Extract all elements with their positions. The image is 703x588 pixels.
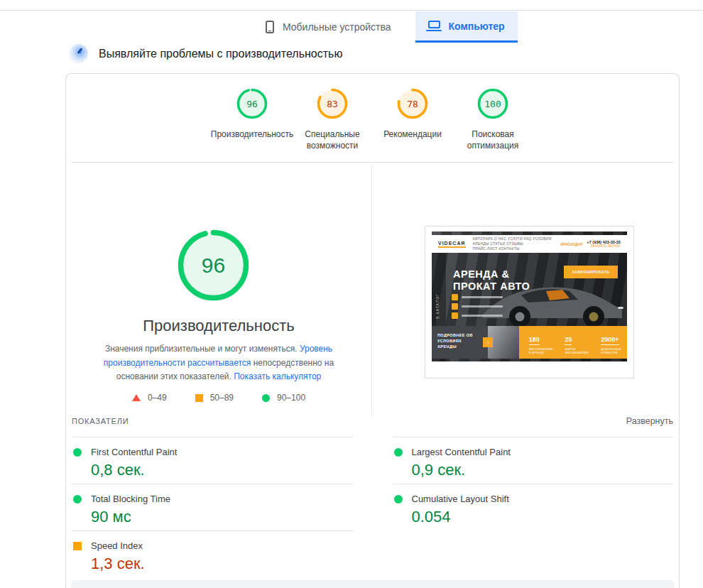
- performance-score-value: 96: [175, 227, 251, 303]
- performance-title: Производительность: [66, 317, 371, 335]
- score-performance[interactable]: 96 Производительность: [212, 87, 293, 151]
- thumb-stat: 2000+ДОВОЛЬНЫХ КЛИЕНТОВ: [601, 332, 621, 359]
- good-status-icon: [73, 495, 82, 503]
- metric-speed-index: Speed Index 1,3 сек.: [72, 530, 353, 577]
- thumb-city: КРАСНОДАР: [561, 242, 583, 246]
- device-tabs: Мобильные устройства Компьютер: [253, 11, 518, 43]
- metric-name: Total Blocking Time: [91, 494, 170, 504]
- orange-square-icon: [195, 394, 203, 402]
- legend-range: 0–49: [148, 393, 167, 403]
- average-status-icon: [73, 542, 82, 550]
- legend-range: 50–89: [210, 393, 234, 403]
- section-header: Выявляйте проблемы с производительностью: [69, 44, 342, 63]
- tab-desktop-label: Компьютер: [449, 21, 505, 32]
- legend-fail: 0–49: [132, 393, 167, 403]
- metrics-grid: First Contentful Paint 0,8 сек. Largest …: [72, 437, 673, 577]
- metric-name: Speed Index: [91, 540, 143, 551]
- score-legend: 0–49 50–89 90–100: [66, 393, 371, 403]
- tab-mobile[interactable]: Мобильные устройства: [253, 11, 404, 43]
- metric-name: First Contentful Paint: [91, 447, 177, 457]
- thumb-stat: 25МАРОК АВТОМОБИЛЕЙ: [565, 332, 589, 359]
- tab-mobile-label: Мобильные устройства: [283, 21, 391, 33]
- thumb-stats: 180АВТОМОБИЛЕЙ В АРЕНДУ 25МАРОК АВТОМОБИ…: [519, 326, 627, 359]
- next-section-bar: [71, 580, 674, 588]
- metric-value: 0.054: [412, 508, 674, 526]
- category-scores: 96 Производительность 83 Специальные воз…: [66, 87, 679, 151]
- metrics-section-label: ПОКАЗАТЕЛИ: [72, 417, 129, 425]
- expand-view-button[interactable]: Развернуть: [626, 416, 673, 426]
- score-seo[interactable]: 100 Поисковая оптимизация: [453, 87, 533, 151]
- thumb-stats-band: ПОДРОБНЕЕ ОБ УСЛОВИЯХ АРЕНДЫ → 180АВТОМО…: [432, 326, 627, 359]
- tab-desktop[interactable]: Компьютер: [415, 11, 518, 43]
- column-divider: [371, 165, 372, 416]
- thumb-cta-button: ЗАБРОНИРОВАТЬ: [564, 266, 618, 278]
- score-accessibility[interactable]: 83 Специальные возможности: [293, 87, 373, 151]
- thumb-contact: +7 (938) 423-33-33 ЗАКАЗАТЬ ЗВОНОК: [587, 240, 621, 248]
- metric-value: 0,8 сек.: [91, 461, 353, 479]
- legend-good: 90–100: [262, 393, 305, 403]
- score-label: Производительность: [211, 129, 293, 140]
- metric-value: 1,3 сек.: [91, 555, 353, 573]
- thumb-heading: АРЕНДА & ПРОКАТ АВТО: [453, 268, 530, 293]
- score-label: Поисковая оптимизация: [453, 129, 533, 151]
- score-best-practices[interactable]: 78 Рекомендации: [373, 87, 453, 151]
- good-status-icon: [394, 448, 403, 457]
- legend-range: 90–100: [277, 393, 305, 403]
- legend-average: 50–89: [195, 393, 234, 403]
- good-status-icon: [73, 448, 82, 457]
- performance-gauge: 96: [175, 227, 251, 303]
- metric-value: 90 мс: [91, 508, 353, 526]
- metrics-header: ПОКАЗАТЕЛИ Развернуть: [72, 416, 673, 426]
- score-value: 100: [476, 87, 509, 120]
- show-calculator-link[interactable]: Показать калькулятор: [234, 371, 321, 381]
- metric-first-contentful-paint: First Contentful Paint 0,8 сек.: [72, 437, 353, 484]
- top-divider: [0, 10, 703, 11]
- arrow-right-icon: →: [483, 337, 493, 347]
- score-value: 96: [236, 87, 268, 120]
- metric-name: Largest Contentful Paint: [412, 447, 511, 457]
- scores-divider: [72, 162, 673, 163]
- thumb-features: [452, 294, 503, 322]
- smartphone-icon: [266, 21, 274, 33]
- metric-largest-contentful-paint: Largest Contentful Paint 0,9 сек.: [393, 437, 674, 484]
- metric-name: Cumulative Layout Shift: [412, 494, 509, 504]
- performance-description: Значения приблизительные и могут изменят…: [87, 342, 350, 384]
- thumb-nav: VIDECAR АВТОПАРК О НАС УСЛУГИ FAQ УСЛОВИ…: [432, 235, 627, 253]
- site-preview: VIDECAR АВТОПАРК О НАС УСЛУГИ FAQ УСЛОВИ…: [432, 232, 627, 361]
- metric-total-blocking-time: Total Blocking Time 90 мс: [72, 484, 353, 530]
- metric-value: 0,9 сек.: [412, 461, 674, 479]
- score-label: Специальные возможности: [293, 129, 373, 151]
- pagespeed-gauge-icon: [69, 44, 88, 63]
- thumb-stat: 180АВТОМОБИЛЕЙ В АРЕНДУ: [529, 332, 553, 359]
- green-circle-icon: [262, 394, 270, 402]
- report-card: 96 Производительность 83 Специальные воз…: [65, 73, 680, 588]
- site-screenshot-thumbnail[interactable]: VIDECAR АВТОПАРК О НАС УСЛУГИ FAQ УСЛОВИ…: [425, 226, 634, 379]
- score-value: 83: [316, 87, 349, 120]
- thumb-menu: АВТОПАРК О НАС УСЛУГИ FAQ УСЛОВИЯ АРЕНДЫ…: [473, 236, 557, 251]
- thumb-logo: VIDECAR: [438, 241, 466, 248]
- laptop-icon: [428, 21, 440, 28]
- red-triangle-icon: [132, 394, 141, 401]
- score-value: 78: [396, 87, 429, 120]
- score-label: Рекомендации: [383, 129, 442, 140]
- thumb-more-box: ПОДРОБНЕЕ ОБ УСЛОВИЯХ АРЕНДЫ →: [432, 326, 488, 359]
- metric-cumulative-layout-shift: Cumulative Layout Shift 0.054: [393, 484, 674, 530]
- page-title: Выявляйте проблемы с производительностью: [99, 48, 342, 60]
- good-status-icon: [394, 495, 403, 503]
- desc-text: Значения приблизительные и могут изменят…: [105, 344, 300, 354]
